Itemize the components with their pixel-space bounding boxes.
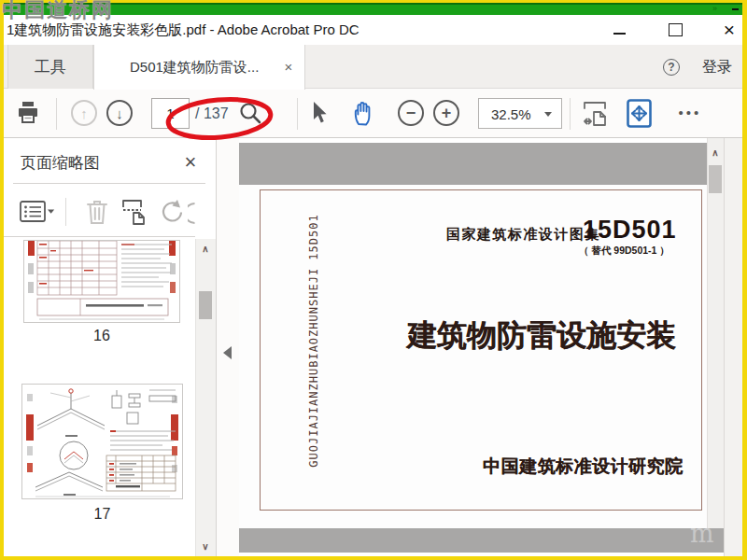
close-icon: × — [724, 21, 735, 39]
tab-tools[interactable]: 工具 — [7, 45, 93, 89]
atlas-code: 15D501 — [583, 216, 677, 245]
delete-pages-button[interactable] — [84, 198, 110, 226]
hand-tool-icon — [352, 99, 376, 127]
sign-in-button[interactable]: 登录 — [702, 56, 732, 78]
rotate-pages-button[interactable] — [159, 198, 187, 226]
thumbnail-17-preview — [22, 385, 182, 498]
help-icon: ? — [668, 61, 674, 74]
fit-page-button[interactable] — [627, 98, 652, 128]
tab-document[interactable]: D501建筑物防雷设... × — [93, 45, 305, 90]
cover-main-title: 建筑物防雷设施安装 — [407, 315, 676, 357]
thumbnail-page-16[interactable] — [23, 240, 180, 323]
insert-pages-button[interactable] — [121, 198, 149, 226]
panel-scrollbar-thumb[interactable] — [199, 291, 212, 319]
maximize-button[interactable] — [665, 21, 685, 39]
panel-divider — [4, 236, 195, 237]
previous-page-button[interactable]: ↑ — [71, 100, 97, 126]
window-top-green-strip — [4, 3, 742, 15]
canvas-gray-top — [239, 143, 707, 185]
document-scrollbar-thumb[interactable] — [709, 165, 722, 193]
site-watermark: 中国道桥网 — [2, 0, 114, 24]
rotate-cw-icon — [188, 200, 195, 226]
rotate-ccw-icon — [159, 198, 187, 226]
zoom-level-value: 32.5% — [491, 99, 531, 130]
options-list-icon — [19, 198, 56, 226]
fit-width-button[interactable] — [582, 100, 608, 126]
panel-close-icon[interactable]: × — [177, 147, 204, 179]
toolbar-divider — [297, 98, 298, 130]
maximize-icon — [669, 23, 683, 36]
tab-close-icon[interactable]: × — [277, 45, 300, 89]
minimize-icon — [613, 33, 626, 35]
screenshot-frame: » 1建筑物防雷设施安装彩色版.pdf - Adobe Acrobat Pro … — [0, 0, 747, 560]
insert-page-icon — [121, 198, 149, 226]
document-scroll-up-icon[interactable]: ∧ — [707, 145, 724, 161]
thumbnail-page-17[interactable] — [21, 384, 183, 499]
thumbnail-17-label: 17 — [21, 503, 183, 525]
thumbnail-16-preview — [24, 241, 179, 322]
collapse-panel-icon[interactable] — [223, 346, 232, 359]
red-circle-annotation — [164, 94, 275, 143]
fit-full-page-icon — [627, 99, 652, 128]
toolbar-divider — [56, 98, 57, 130]
tab-document-label: D501建筑物防雷设... — [130, 45, 259, 89]
printer-icon — [15, 100, 41, 126]
thumbnail-options-button[interactable] — [19, 198, 56, 226]
document-scrollbar[interactable] — [707, 138, 724, 528]
replaces-note: （ 替代 99D501-1 ） — [579, 245, 669, 258]
publisher-name: 中国建筑标准设计研究院 — [483, 455, 684, 479]
minus-icon: − — [406, 104, 416, 123]
zoom-level-dropdown[interactable]: 32.5% — [478, 98, 562, 129]
panel-toolbar-divider — [65, 198, 66, 226]
green-strip-dash — [732, 8, 739, 10]
plus-icon: + — [442, 104, 452, 123]
help-button[interactable]: ? — [663, 59, 680, 76]
collapsed-tools-pane[interactable] — [724, 138, 742, 556]
close-button[interactable]: × — [719, 21, 740, 39]
rotate-cw-button-clipped[interactable] — [188, 200, 195, 226]
minimize-button[interactable] — [609, 21, 629, 39]
thumbnails-panel-title: 页面缩略图 — [21, 147, 100, 179]
zoom-out-button[interactable]: − — [398, 100, 424, 126]
panel-divider — [13, 183, 205, 184]
toolbar-divider — [570, 98, 571, 130]
select-tool-button[interactable] — [309, 100, 330, 126]
green-strip-artifact: » — [712, 5, 722, 12]
canvas-gray-bottom — [239, 528, 724, 553]
hand-tool-button[interactable] — [350, 98, 378, 128]
series-label: 国家建筑标准设计图集 — [446, 226, 600, 244]
fit-width-icon — [582, 100, 608, 126]
cursor-arrow-icon — [310, 101, 329, 125]
more-tools-button[interactable]: ••• — [672, 98, 708, 129]
panel-scroll-up-icon[interactable]: ∧ — [195, 241, 216, 258]
chevron-down-icon — [544, 112, 552, 117]
thumbnail-16-label: 16 — [23, 325, 180, 347]
panel-scroll-down-icon[interactable]: ∨ — [195, 539, 216, 555]
print-button[interactable] — [15, 100, 41, 126]
zoom-in-button[interactable]: + — [433, 100, 459, 126]
bottom-watermark-fragment: m — [690, 519, 714, 548]
arrow-up-icon: ↑ — [80, 105, 88, 121]
next-page-button[interactable]: ↓ — [106, 100, 133, 126]
trash-icon — [85, 198, 109, 226]
arrow-down-icon: ↓ — [116, 105, 123, 121]
panel-scrollbar[interactable] — [195, 239, 216, 556]
spine-vertical-text: GUOJIAJIANZHUBIAOZHUNSHEJI 15D501 — [307, 201, 322, 481]
